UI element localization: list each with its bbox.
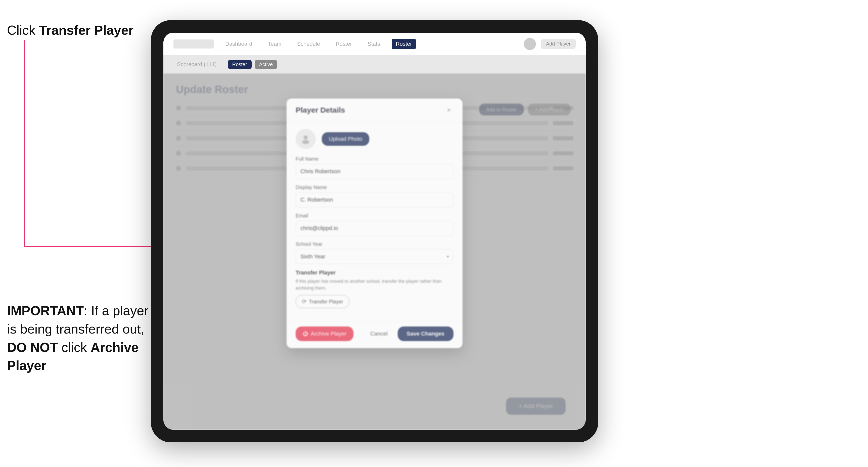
sub-bar-scorecard: Scorecard (111)	[174, 60, 220, 69]
cancel-button[interactable]: Cancel	[365, 326, 393, 341]
archive-btn-label: Archive Player	[311, 331, 346, 337]
svg-point-0	[304, 135, 308, 139]
app-bar: Dashboard Team Schedule Roster Stats Ros…	[163, 33, 586, 55]
modal-header: Player Details ×	[286, 98, 463, 122]
footer-right: Cancel Save Changes	[365, 326, 454, 341]
instruction-text2: click	[58, 340, 91, 355]
archive-icon: ⏻	[303, 331, 308, 337]
instruction-bottom: IMPORTANT: If a player is being transfer…	[7, 302, 153, 375]
transfer-btn-label: Transfer Player	[309, 299, 343, 305]
transfer-section: Transfer Player If this player has moved…	[296, 270, 454, 308]
school-year-group: School Year Sixth Year ▾	[296, 241, 454, 264]
svg-point-1	[302, 140, 309, 144]
email-group: Email	[296, 213, 454, 236]
full-name-input[interactable]	[296, 164, 454, 179]
nav-dashboard[interactable]: Dashboard	[221, 39, 256, 49]
app-bar-avatar	[524, 38, 536, 50]
modal-title: Player Details	[296, 106, 345, 114]
save-changes-button[interactable]: Save Changes	[398, 326, 454, 341]
modal-close-button[interactable]: ×	[444, 105, 454, 115]
full-name-label: Full Name	[296, 156, 454, 162]
player-details-modal: Player Details ×	[286, 98, 463, 348]
display-name-input[interactable]	[296, 192, 454, 207]
person-icon	[301, 134, 311, 144]
transfer-description: If this player has moved to another scho…	[296, 278, 454, 291]
nav-schedule[interactable]: Schedule	[293, 39, 324, 49]
app-bar-button[interactable]: Add Player	[541, 39, 576, 49]
do-not-label: DO NOT	[7, 340, 58, 355]
transfer-icon: ⟳	[302, 298, 306, 305]
modal-body: Upload Photo Full Name Display Name	[286, 122, 463, 321]
archive-player-button[interactable]: ⏻ Archive Player	[296, 326, 353, 341]
modal-overlay: Player Details ×	[163, 73, 586, 430]
app-logo	[174, 39, 214, 49]
nav-roster[interactable]: Roster	[332, 39, 356, 49]
upload-photo-button[interactable]: Upload Photo	[322, 132, 369, 146]
modal-footer: ⏻ Archive Player Cancel Save Changes	[286, 321, 463, 348]
email-input[interactable]	[296, 221, 454, 236]
tablet-screen: Dashboard Team Schedule Roster Stats Ros…	[163, 33, 586, 430]
app-bar-right: Add Player	[524, 38, 576, 50]
nav-roster-active[interactable]: Roster	[392, 39, 416, 49]
school-year-select[interactable]: Sixth Year	[296, 249, 454, 264]
display-name-label: Display Name	[296, 185, 454, 190]
instruction-bold: Transfer Player	[39, 23, 133, 37]
transfer-player-button[interactable]: ⟳ Transfer Player	[296, 295, 349, 308]
transfer-section-label: Transfer Player	[296, 270, 454, 276]
sub-bar: Scorecard (111) Roster Active	[163, 55, 586, 73]
full-name-group: Full Name	[296, 156, 454, 179]
arrow-vertical	[24, 40, 25, 246]
instruction-top: Click Transfer Player	[7, 23, 133, 38]
sub-bar-active[interactable]: Active	[255, 60, 277, 69]
content-area: Update Roster Add to Roster + Add Player…	[163, 73, 586, 430]
email-label: Email	[296, 213, 454, 219]
nav-team[interactable]: Team	[264, 39, 285, 49]
school-year-label: School Year	[296, 241, 454, 247]
school-year-select-wrapper: Sixth Year ▾	[296, 249, 454, 264]
important-label: IMPORTANT	[7, 303, 84, 318]
avatar	[296, 129, 316, 149]
display-name-group: Display Name	[296, 185, 454, 207]
left-content: Update Roster Add to Roster + Add Player…	[163, 73, 586, 430]
avatar-row: Upload Photo	[296, 129, 454, 149]
instruction-prefix: Click	[7, 23, 39, 37]
nav-stats[interactable]: Stats	[364, 39, 384, 49]
tablet-frame: Dashboard Team Schedule Roster Stats Ros…	[151, 20, 598, 442]
sub-bar-roster[interactable]: Roster	[228, 60, 252, 69]
